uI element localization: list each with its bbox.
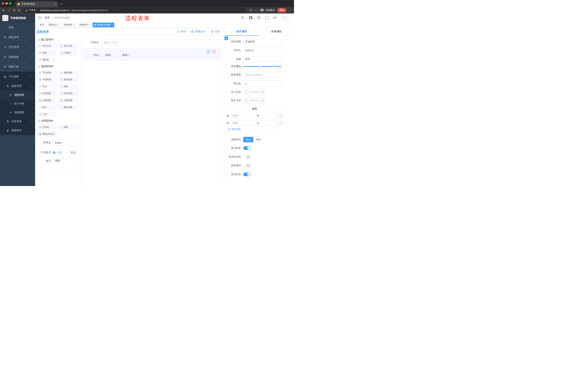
- option-value-input[interactable]: [255, 120, 278, 126]
- disabled-switch[interactable]: [243, 164, 251, 167]
- palette-item-cascader[interactable]: ⋔级联选择: [59, 70, 78, 75]
- sidebar-item-process-mgmt[interactable]: ≣ 流程管理: [0, 82, 35, 91]
- canvas-field-phone[interactable]: *手机号: [83, 39, 221, 46]
- tag-home[interactable]: 首页: [38, 22, 46, 27]
- delete-widget-button[interactable]: [212, 50, 216, 53]
- font-size-icon[interactable]: ᴛT: [273, 16, 276, 19]
- tag-close-icon[interactable]: ×: [89, 24, 90, 26]
- component-type-select[interactable]: 多选框组: [243, 39, 282, 45]
- palette-item-row-container[interactable]: ▥行容器: [37, 125, 57, 130]
- remove-option-button[interactable]: −: [279, 122, 282, 125]
- style-default-button[interactable]: 默认: [243, 137, 253, 142]
- palette-item-slider[interactable]: ⊷滑块: [59, 84, 78, 89]
- style-button-button[interactable]: 按钮: [253, 137, 263, 142]
- security-warning-icon[interactable]: 不安全: [25, 9, 36, 12]
- palette-item-multi-line-text[interactable]: ☰多行文本: [59, 43, 78, 49]
- back-icon[interactable]: [2, 9, 5, 11]
- save-button[interactable]: 保存: [177, 30, 186, 33]
- default-value-input[interactable]: [243, 80, 282, 87]
- github-icon[interactable]: [249, 16, 252, 20]
- label-width-input[interactable]: [243, 72, 282, 78]
- palette-item-counter[interactable]: 123计数器: [59, 50, 78, 55]
- forward-icon[interactable]: [8, 9, 10, 11]
- palette-item-button[interactable]: ☝按钮: [59, 125, 78, 130]
- home-icon[interactable]: [18, 9, 21, 12]
- sidebar-item-dev-tools[interactable]: ⚒ 研发工具: [0, 62, 35, 72]
- option-name-input[interactable]: [231, 113, 253, 118]
- sidebar-item-home[interactable]: ◔ 首页: [0, 22, 35, 32]
- user-menu-caret-icon[interactable]: ▾: [290, 19, 291, 21]
- form-remark-textarea[interactable]: 嘿嘿: [53, 158, 78, 169]
- border-switch[interactable]: [243, 155, 251, 159]
- sidebar-item-process-form[interactable]: ⊟ 流程表单: [0, 91, 35, 99]
- tab-close-icon[interactable]: ×: [55, 3, 56, 5]
- phone-input[interactable]: [101, 39, 219, 46]
- component-link-icon[interactable]: [224, 36, 228, 40]
- sidebar-item-process-model[interactable]: ➤ 流程模型: [0, 108, 35, 117]
- search-icon[interactable]: [241, 16, 244, 19]
- browser-tab[interactable]: 芋道管理系统 ×: [16, 1, 58, 7]
- reload-icon[interactable]: [13, 9, 15, 12]
- max-select-input[interactable]: [249, 98, 260, 103]
- sidebar-item-task-mgmt[interactable]: ⚑ 任务管理: [0, 117, 35, 126]
- window-zoom-button[interactable]: [9, 2, 11, 5]
- palette-item-editor[interactable]: ✎编辑器: [37, 57, 57, 63]
- tag-close-icon[interactable]: ×: [58, 24, 59, 26]
- tag-close-icon[interactable]: ×: [111, 24, 113, 26]
- drag-handle-icon[interactable]: [226, 122, 229, 125]
- required-switch[interactable]: [243, 172, 251, 176]
- tag-process-form-edit[interactable]: 流程表单-编辑 ×: [93, 22, 114, 27]
- new-tab-button[interactable]: +: [60, 2, 63, 6]
- status-radio-off[interactable]: 关闭: [67, 151, 75, 154]
- tag-close-icon[interactable]: ×: [73, 24, 74, 26]
- remove-option-button[interactable]: −: [279, 114, 282, 117]
- bookmark-star-icon[interactable]: ☆: [255, 9, 257, 12]
- palette-item-color-picker[interactable]: ◑颜色选择: [59, 105, 78, 110]
- show-label-switch[interactable]: [243, 146, 251, 150]
- update-button[interactable]: 更新: [277, 8, 286, 12]
- clear-button[interactable]: 清空: [211, 30, 220, 33]
- sidebar-item-workflow[interactable]: ▤ 工作流程: [0, 72, 35, 82]
- window-close-button[interactable]: [2, 2, 4, 5]
- tab-component-props[interactable]: 组件属性: [224, 28, 259, 35]
- min-select-input[interactable]: [249, 89, 260, 95]
- palette-item-upload[interactable]: ☁上传: [37, 112, 57, 117]
- user-avatar[interactable]: [281, 14, 288, 21]
- increment-button[interactable]: +: [260, 89, 266, 95]
- sidebar-collapse-icon[interactable]: [38, 16, 41, 19]
- increment-button[interactable]: +: [260, 98, 266, 103]
- gender-option-1-checkbox[interactable]: 选项一: [101, 53, 113, 57]
- password-key-icon[interactable]: [249, 9, 252, 12]
- field-name-input[interactable]: [243, 47, 282, 53]
- copy-widget-button[interactable]: [206, 50, 210, 53]
- sidebar-item-user-groups[interactable]: ☺ 用户分组: [0, 99, 35, 108]
- window-minimize-button[interactable]: [5, 2, 8, 5]
- add-option-button[interactable]: ⊕ 添加选项: [228, 128, 282, 131]
- tag-process-form[interactable]: 流程表单 ×: [77, 22, 92, 27]
- title-input[interactable]: [243, 56, 282, 62]
- fullscreen-icon[interactable]: [265, 16, 268, 19]
- palette-item-checkbox-group[interactable]: ☑多选框组: [59, 77, 78, 82]
- sidebar-item-payment-mgmt[interactable]: ¥ 支付管理: [0, 42, 35, 52]
- palette-item-date-range[interactable]: ▧日期范围: [59, 98, 78, 103]
- slider-handle[interactable]: [279, 65, 281, 68]
- palette-item-dropdown-select[interactable]: ▾下拉选择: [37, 70, 57, 75]
- palette-item-switch[interactable]: ⊶开关: [37, 84, 57, 89]
- option-value-input[interactable]: [255, 113, 278, 118]
- palette-item-password[interactable]: ✱密码: [37, 50, 57, 55]
- tab-form-props[interactable]: 表单属性: [259, 28, 294, 35]
- palette-item-table[interactable]: ▦表格[开发中]: [37, 131, 57, 137]
- sidebar-item-system-mgmt[interactable]: ⚙ 系统管理: [0, 32, 35, 42]
- address-bar[interactable]: 不安全 | dashboard.yudao.iocoder.cn/bpm/man…: [23, 8, 246, 13]
- sidebar-item-leave-query[interactable]: ♟ 请假查询: [0, 126, 35, 135]
- sidebar-item-infrastructure[interactable]: ⊞ 基础设施: [0, 52, 35, 62]
- palette-item-time-range[interactable]: ◴时间范围: [59, 91, 78, 96]
- drag-handle-icon[interactable]: [226, 114, 229, 117]
- canvas-field-gender-selected[interactable]: *性别 选项一 选项二: [83, 48, 221, 61]
- status-radio-on[interactable]: 开启: [53, 151, 62, 154]
- form-name-input[interactable]: [53, 139, 78, 146]
- tag-process-model[interactable]: 流程模型 ×: [62, 22, 76, 27]
- tag-process-definition[interactable]: 流程定义 ×: [47, 22, 61, 27]
- palette-item-date-picker[interactable]: ▦日期选择: [37, 98, 57, 103]
- view-json-button[interactable]: 查看json: [191, 30, 206, 33]
